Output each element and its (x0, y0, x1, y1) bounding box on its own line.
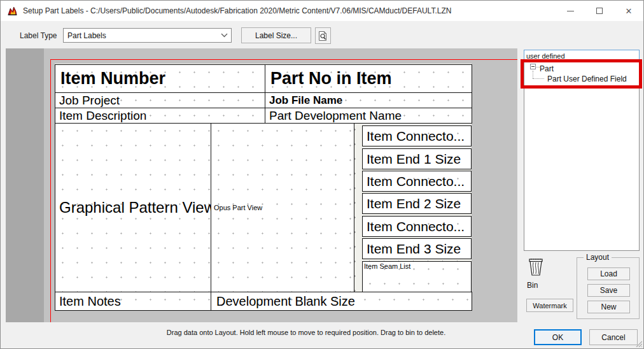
field-item-end-1-size[interactable]: Item End 1 Size (362, 148, 472, 169)
maximize-button[interactable] (585, 1, 614, 21)
field-development-blank-size[interactable]: Development Blank Size (211, 292, 472, 311)
window-title: Setup Part Labels - C:/Users/Public/Docu… (23, 6, 451, 15)
field-item-end-2-size[interactable]: Item End 2 Size (362, 193, 472, 214)
field-part-no-in-item[interactable]: Part No in Item (265, 64, 472, 93)
field-item-seam-list[interactable]: Item Seam List (362, 261, 472, 292)
field-job-project[interactable]: Job Project (55, 92, 265, 108)
label-type-dropdown[interactable]: Part Labels (63, 28, 232, 43)
watermark-button[interactable]: Watermark (526, 299, 573, 312)
field-item-number[interactable]: Item Number (55, 64, 265, 93)
label-type-label: Label Type (20, 31, 57, 40)
field-job-file-name[interactable]: Job File Name (265, 92, 472, 108)
annotation-highlight-rectangle (521, 59, 642, 89)
bin-icon[interactable] (527, 257, 545, 277)
field-graphical-pattern-view[interactable]: Graphical Pattern View (55, 123, 211, 292)
status-hint: Drag data onto Layout. Hold left mouse t… (1, 329, 612, 336)
maximize-icon (596, 8, 603, 14)
chevron-down-icon (217, 33, 231, 38)
minimize-button[interactable] (556, 1, 585, 21)
close-button[interactable]: ✕ (614, 1, 643, 21)
field-item-connector-2[interactable]: Item Connecto... (362, 171, 472, 192)
cancel-button[interactable]: Cancel (589, 329, 638, 345)
field-opus-part-view[interactable]: Opus Part View (211, 123, 354, 292)
load-button[interactable]: Load (587, 267, 630, 280)
resize-grip[interactable] (634, 339, 642, 347)
app-icon (7, 6, 18, 17)
field-item-description[interactable]: Item Description (55, 108, 265, 124)
field-item-end-3-size[interactable]: Item End 3 Size (362, 238, 472, 259)
field-item-notes[interactable]: Item Notes (55, 292, 211, 311)
ok-button[interactable]: OK (534, 329, 582, 345)
label-design-canvas[interactable]: Item Number Part No in Item Job Project … (6, 48, 517, 322)
user-defined-tree[interactable]: Part Part User Defined Field (524, 61, 640, 251)
minimize-icon (567, 11, 574, 11)
canvas-margin-strip (6, 48, 44, 322)
layout-group-title: Layout (584, 253, 612, 262)
label-type-value: Part Labels (64, 31, 217, 40)
layout-group: Layout Load Save New (577, 257, 640, 319)
setup-part-labels-dialog: Setup Part Labels - C:/Users/Public/Docu… (0, 0, 644, 349)
title-bar: Setup Part Labels - C:/Users/Public/Docu… (1, 1, 643, 21)
new-button[interactable]: New (587, 301, 630, 313)
print-preview-icon (318, 31, 328, 41)
close-icon: ✕ (626, 6, 633, 16)
field-item-connector-3[interactable]: Item Connecto... (362, 216, 472, 237)
bin-label: Bin (527, 281, 552, 290)
print-preview-button[interactable] (315, 27, 331, 44)
field-item-connector-1[interactable]: Item Connecto... (362, 125, 472, 146)
label-size-button[interactable]: Label Size... (241, 27, 311, 43)
field-part-development-name[interactable]: Part Development Name (265, 108, 472, 124)
save-button[interactable]: Save (587, 284, 630, 297)
